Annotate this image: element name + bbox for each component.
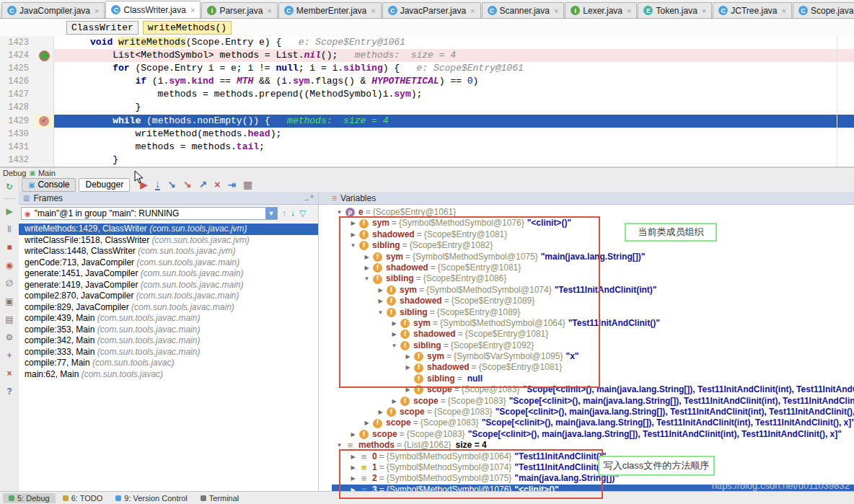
frame-row[interactable]: compile:439, Main (com.sun.tools.javac.m… [19, 313, 318, 324]
gutter-cell [35, 49, 54, 62]
code-token: 0 [467, 76, 473, 87]
layout-icon[interactable]: ▤ [0, 310, 19, 328]
step-out-icon[interactable]: ↗ [198, 180, 207, 190]
stop-icon[interactable]: ■ [0, 238, 19, 256]
code-line[interactable]: 1428 } [0, 101, 854, 114]
frame-row[interactable]: writeClass:1448, ClassWriter (com.sun.to… [19, 246, 318, 257]
pin-icon[interactable]: + [0, 346, 19, 364]
frames-toolbar: ◉ "main"@1 in group "main": RUNNING ▼ ↑ … [19, 205, 318, 222]
code-token: if [135, 76, 146, 87]
breadcrumb-method-chip[interactable]: writeMethods() [143, 21, 232, 35]
code-line[interactable]: 1425 for (Scope.Entry i = e; i != null; … [0, 62, 854, 75]
frame-row[interactable]: compile:342, Main (com.sun.tools.javac.m… [19, 335, 318, 347]
code-line[interactable]: 1430 writeMethod(methods.head); [0, 128, 854, 141]
variable-row[interactable]: ▶fscope={Scope@1083}"Scope[<clinit>(), m… [332, 429, 854, 440]
force-step-into-icon[interactable]: ↘ [183, 180, 192, 190]
expand-icon[interactable]: ▶ [362, 417, 371, 428]
frame-row[interactable]: compile:353, Main (com.sun.tools.javac.m… [19, 324, 318, 336]
breakpoint-icon[interactable] [39, 50, 50, 61]
statusbar-item[interactable]: 5: Debug [3, 493, 56, 503]
code-token: e: Scope$Entry@1061 [281, 37, 405, 48]
editor-tab[interactable]: ILexer.java× [565, 2, 637, 18]
frame-row[interactable]: compile2:870, JavaCompiler (com.sun.tool… [19, 291, 318, 302]
console-icon: ▣ [28, 181, 35, 189]
editor-tab[interactable]: CMemberEnter.java× [278, 2, 382, 18]
thread-dropdown-icon[interactable]: ▼ [265, 208, 277, 219]
close-tab-icon[interactable]: × [782, 6, 786, 15]
editor-tab[interactable]: CJCTree.java× [713, 2, 792, 18]
expand-icon[interactable]: ▶ [348, 429, 358, 440]
filter-frames-icon[interactable]: ▽ [299, 208, 306, 218]
frame-row[interactable]: writeMethods:1429, ClassWriter (com.sun.… [19, 224, 318, 235]
code-editor[interactable]: 1423void writeMethods(Scope.Entry e) { e… [0, 36, 854, 167]
code-line[interactable]: 1424 List<MethodSymbol> methods = List.n… [0, 49, 854, 62]
variable-row[interactable]: ▶fscope={Scope@1083}"Scope[<clinit>(), m… [332, 396, 854, 407]
expand-icon[interactable]: ▶ [389, 396, 399, 407]
tab-debugger[interactable]: Debugger [79, 178, 130, 192]
close-tab-icon[interactable]: × [94, 6, 99, 15]
frame-package: (com.sun.tools.javac.main) [136, 291, 239, 301]
help-icon[interactable]: ? [0, 382, 19, 400]
editor-tab[interactable]: CScope.java× [793, 2, 854, 18]
frame-row[interactable]: compile:829, JavaCompiler (com.sun.tools… [19, 302, 318, 314]
mute-breakpoints-icon[interactable]: ∅ [0, 274, 19, 292]
breadcrumb-class-chip[interactable]: ClassWriter [66, 21, 138, 35]
editor-tab-label: JCTree.java [731, 6, 777, 16]
step-into-icon[interactable]: ↘ [167, 180, 176, 190]
view-breakpoints-icon[interactable]: ◉ [0, 256, 19, 274]
frame-row[interactable]: compile:333, Main (com.sun.tools.javac.m… [19, 347, 318, 358]
editor-tab[interactable]: CJavaCompiler.java× [1, 2, 105, 18]
resume-icon[interactable]: ▶ [0, 202, 19, 220]
frame-row[interactable]: writeClassFile:1518, ClassWriter (com.su… [19, 235, 318, 247]
frame-row[interactable]: genCode:713, JavaCompiler (com.sun.tools… [19, 257, 318, 269]
gutter-cell [35, 154, 54, 167]
close-tab-icon[interactable]: × [371, 6, 375, 15]
editor-tab[interactable]: IParser.java× [201, 2, 277, 18]
frame-down-icon[interactable]: ↓ [291, 208, 295, 218]
file-type-icon: I [207, 6, 216, 15]
close-tab-icon[interactable]: × [190, 6, 195, 14]
editor-tab[interactable]: EToken.java× [638, 2, 712, 18]
frame-up-icon[interactable]: ↑ [282, 208, 286, 218]
code-line[interactable]: 1429✓ while (methods.nonEmpty()) { metho… [0, 115, 854, 128]
tab-console[interactable]: ▣ Console [22, 178, 76, 192]
statusbar-item[interactable]: 6: TODO [57, 493, 109, 503]
frame-row[interactable]: main:62, Main (com.sun.tools.javac) [19, 369, 318, 381]
code-line[interactable]: 1426 if (i.sym.kind == MTH && (i.sym.fla… [0, 75, 854, 88]
expand-icon[interactable]: ▶ [376, 407, 385, 417]
frame-location: compile:342, Main [25, 335, 97, 345]
close-tab-icon[interactable]: × [554, 6, 558, 15]
code-line[interactable]: 1431 methods = methods.tail; [0, 141, 854, 154]
variable-row[interactable]: ▶fscope={Scope@1083}"Scope[<clinit>(), m… [332, 407, 854, 417]
close-icon[interactable]: × [0, 364, 19, 382]
settings-icon[interactable]: ⚙ [0, 328, 19, 346]
code-line[interactable]: 1432 } [0, 154, 854, 167]
frame-row[interactable]: generate:1419, JavaCompiler (com.sun.too… [19, 280, 318, 291]
code-line[interactable]: 1427 methods = methods.prepend((MethodSy… [0, 88, 854, 101]
close-tab-icon[interactable]: × [627, 6, 631, 15]
editor-tab[interactable]: CScanner.java× [482, 2, 565, 18]
frame-row[interactable]: compile:77, Main (com.sun.tools.javac) [19, 358, 318, 369]
thread-selector[interactable]: ◉ "main"@1 in group "main": RUNNING ▼ [21, 207, 278, 220]
frame-row[interactable]: generate:1451, JavaCompiler (com.sun.too… [19, 268, 318, 280]
variable-row[interactable]: ▶fscope={Scope@1083}"Scope[<clinit>(), m… [332, 417, 854, 428]
statusbar-item-label: Terminal [209, 494, 239, 503]
editor-tab[interactable]: CJavacParser.java× [382, 2, 481, 18]
statusbar-item[interactable]: Terminal [195, 493, 245, 503]
close-tab-icon[interactable]: × [470, 6, 475, 15]
run-to-cursor-icon[interactable]: ⇥ [227, 180, 236, 190]
breakpoint-hit-icon[interactable]: ✓ [39, 116, 49, 126]
pause-icon[interactable]: ‖ [0, 220, 19, 238]
code-token: == [214, 76, 237, 87]
step-over-icon[interactable]: ↓ [155, 179, 160, 190]
evaluate-expression-icon[interactable]: ▦ [243, 180, 252, 190]
close-tab-icon[interactable]: × [702, 6, 706, 15]
frames-options-icon[interactable]: →* [301, 193, 314, 203]
editor-tab[interactable]: CClassWriter.java× [105, 1, 201, 18]
code-line[interactable]: 1423void writeMethods(Scope.Entry e) { e… [0, 36, 854, 49]
thread-dump-icon[interactable]: ▣ [0, 292, 19, 310]
statusbar-item[interactable]: 9: Version Control [110, 493, 193, 503]
rerun-icon[interactable]: ↻ [0, 177, 19, 195]
close-tab-icon[interactable]: × [267, 6, 271, 15]
drop-frame-icon[interactable]: × [214, 180, 220, 190]
